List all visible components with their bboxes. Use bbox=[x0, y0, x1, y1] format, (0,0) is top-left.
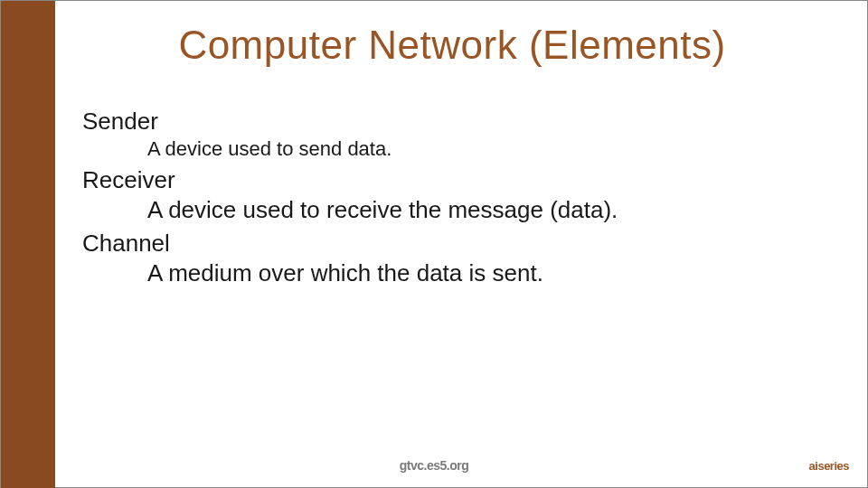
term-channel: Channel bbox=[82, 230, 831, 258]
footer-center-text: gtvc.es5.org bbox=[1, 458, 867, 473]
term-receiver: Receiver bbox=[82, 166, 831, 194]
content-area: Sender A device used to send data. Recei… bbox=[82, 102, 831, 293]
slide-title: Computer Network (Elements) bbox=[55, 23, 849, 68]
slide: Computer Network (Elements) Sender A dev… bbox=[0, 0, 868, 488]
definition-channel: A medium over which the data is sent. bbox=[147, 259, 831, 287]
definition-sender: A device used to send data. bbox=[147, 137, 831, 161]
term-sender: Sender bbox=[82, 108, 831, 136]
sidebar-accent-bar bbox=[1, 1, 55, 488]
footer-right-text: aiseries bbox=[809, 459, 849, 473]
definition-receiver: A device used to receive the message (da… bbox=[147, 196, 831, 224]
